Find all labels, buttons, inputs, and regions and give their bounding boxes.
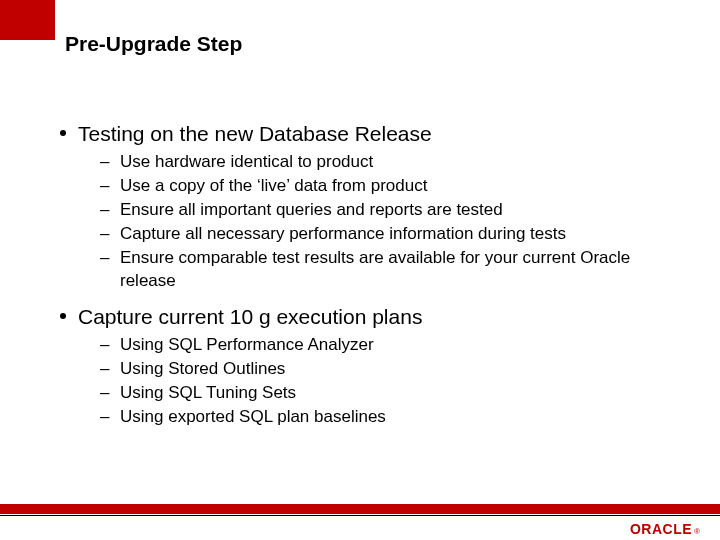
sub-text: Use hardware identical to product bbox=[120, 151, 373, 174]
sub-text: Ensure all important queries and reports… bbox=[120, 199, 503, 222]
dash-icon: – bbox=[100, 175, 110, 198]
bullet-item: Testing on the new Database Release bbox=[60, 120, 680, 147]
sub-item: – Using Stored Outlines bbox=[100, 358, 680, 381]
sub-text: Using SQL Performance Analyzer bbox=[120, 334, 374, 357]
bullet-text: Capture current 10 g execution plans bbox=[78, 303, 422, 330]
sub-item: – Ensure comparable test results are ava… bbox=[100, 247, 680, 293]
sub-item: – Using SQL Tuning Sets bbox=[100, 382, 680, 405]
header-red-block bbox=[0, 0, 55, 40]
sub-item: – Capture all necessary performance info… bbox=[100, 223, 680, 246]
slide: Pre-Upgrade Step Testing on the new Data… bbox=[0, 0, 720, 540]
sub-item: – Ensure all important queries and repor… bbox=[100, 199, 680, 222]
dash-icon: – bbox=[100, 151, 110, 174]
bullet-dot-icon bbox=[60, 313, 66, 319]
dash-icon: – bbox=[100, 223, 110, 246]
dash-icon: – bbox=[100, 406, 110, 429]
oracle-logo: ORACLE® bbox=[630, 521, 700, 537]
bullet-item: Capture current 10 g execution plans bbox=[60, 303, 680, 330]
sub-text: Ensure comparable test results are avail… bbox=[120, 247, 680, 293]
dash-icon: – bbox=[100, 358, 110, 381]
oracle-logo-text: ORACLE bbox=[630, 521, 692, 537]
sub-item: – Using exported SQL plan baselines bbox=[100, 406, 680, 429]
oracle-reg-mark: ® bbox=[694, 527, 700, 536]
dash-icon: – bbox=[100, 199, 110, 222]
dash-icon: – bbox=[100, 382, 110, 405]
sub-list: – Using SQL Performance Analyzer – Using… bbox=[100, 334, 680, 429]
sub-list: – Use hardware identical to product – Us… bbox=[100, 151, 680, 293]
sub-item: – Use a copy of the ‘live’ data from pro… bbox=[100, 175, 680, 198]
sub-item: – Using SQL Performance Analyzer bbox=[100, 334, 680, 357]
bullet-text: Testing on the new Database Release bbox=[78, 120, 432, 147]
slide-title: Pre-Upgrade Step bbox=[65, 32, 242, 56]
sub-text: Using SQL Tuning Sets bbox=[120, 382, 296, 405]
bullet-dot-icon bbox=[60, 130, 66, 136]
sub-text: Capture all necessary performance inform… bbox=[120, 223, 566, 246]
content-area: Testing on the new Database Release – Us… bbox=[60, 120, 680, 439]
footer: ORACLE® bbox=[0, 500, 720, 540]
footer-red-bar bbox=[0, 504, 720, 514]
sub-text: Using Stored Outlines bbox=[120, 358, 285, 381]
sub-text: Use a copy of the ‘live’ data from produ… bbox=[120, 175, 427, 198]
sub-text: Using exported SQL plan baselines bbox=[120, 406, 386, 429]
dash-icon: – bbox=[100, 334, 110, 357]
dash-icon: – bbox=[100, 247, 110, 270]
footer-divider bbox=[0, 515, 720, 516]
sub-item: – Use hardware identical to product bbox=[100, 151, 680, 174]
